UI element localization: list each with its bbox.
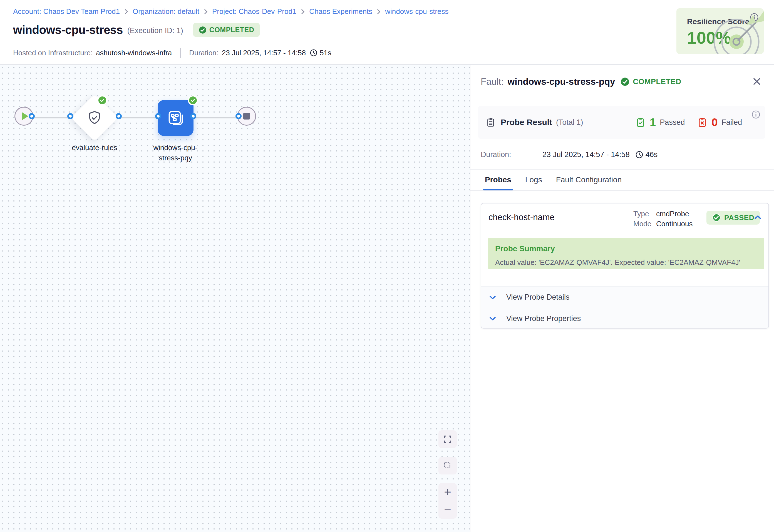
clock-icon bbox=[635, 151, 643, 159]
panel-duration-seconds: 46s bbox=[646, 150, 658, 159]
clipboard-icon bbox=[486, 117, 496, 127]
chevron-down-icon bbox=[488, 293, 497, 302]
clipboard-check-icon bbox=[635, 117, 646, 128]
success-check-badge bbox=[188, 95, 198, 105]
breadcrumb-account-link[interactable]: Account: Chaos Dev Team Prod1 bbox=[13, 7, 120, 16]
view-probe-details-label: View Probe Details bbox=[506, 293, 570, 302]
breadcrumb-org-link[interactable]: Organization: default bbox=[133, 7, 199, 16]
probe-summary-title: Probe Summary bbox=[495, 244, 757, 253]
edge-line bbox=[32, 117, 71, 118]
probe-result-total: (Total 1) bbox=[556, 118, 583, 127]
duration-value: 23 Jul 2025, 14:57 - 14:58 bbox=[222, 49, 306, 57]
evaluate-rules-label: evaluate-rules bbox=[56, 143, 133, 153]
chevron-up-icon bbox=[753, 213, 762, 222]
probe-summary-box: Probe Summary Actual value: 'EC2AMAZ-QMV… bbox=[488, 238, 764, 269]
probe-mode-label: Mode bbox=[633, 220, 656, 228]
probe-result-card: Probe Result (Total 1) 1 Passed 0 Failed bbox=[478, 106, 765, 139]
info-icon[interactable] bbox=[751, 110, 760, 119]
connector-port bbox=[29, 113, 35, 119]
target-arrow-illustration bbox=[713, 8, 764, 54]
connector-port bbox=[116, 113, 122, 119]
passed-count: 1 bbox=[650, 116, 656, 129]
page-title: windows-cpu-stress bbox=[13, 23, 123, 37]
zoom-controls: + − bbox=[438, 483, 457, 519]
probe-result-title: Probe Result bbox=[501, 118, 552, 127]
fault-node-label: windows-cpu- stress-pqy bbox=[137, 143, 214, 163]
clock-icon bbox=[310, 49, 317, 57]
fullscreen-icon bbox=[443, 435, 452, 443]
view-probe-properties-toggle[interactable]: View Probe Properties bbox=[481, 308, 768, 329]
chevron-right-icon bbox=[376, 9, 381, 15]
check-circle-icon bbox=[712, 213, 721, 222]
breadcrumb-experiments-link[interactable]: Chaos Experiments bbox=[309, 7, 372, 16]
duration-seconds: 51s bbox=[320, 49, 331, 57]
experiment-status-label: COMPLETED bbox=[209, 26, 254, 34]
marquee-select-icon bbox=[443, 461, 452, 470]
fault-name: windows-cpu-stress-pqy bbox=[508, 76, 615, 87]
breadcrumb-current[interactable]: windows-cpu-stress bbox=[385, 7, 448, 16]
edge-line bbox=[119, 117, 159, 118]
selection-mode-button[interactable] bbox=[438, 457, 457, 474]
check-circle-icon bbox=[621, 77, 629, 86]
connector-port bbox=[67, 113, 73, 119]
probe-card-check-host-name: check-host-name Type cmdProbe Mode Conti… bbox=[481, 203, 769, 329]
tab-fault-configuration[interactable]: Fault Configuration bbox=[556, 175, 622, 190]
probe-status-label: PASSED bbox=[724, 213, 754, 222]
close-panel-button[interactable] bbox=[751, 76, 762, 87]
divider bbox=[470, 169, 774, 170]
chevron-right-icon bbox=[124, 9, 128, 15]
hosted-on-value: ashutosh-windows-infra bbox=[96, 49, 172, 57]
stop-icon bbox=[243, 113, 250, 120]
resilience-score-card: Resilience Score 100% bbox=[676, 8, 764, 54]
fault-status-label: COMPLETED bbox=[633, 78, 681, 86]
pipeline-canvas[interactable]: evaluate-rules windows-cpu- stress-pqy +… bbox=[0, 65, 470, 532]
connector-port bbox=[155, 113, 161, 119]
success-check-badge bbox=[97, 95, 107, 105]
fault-details-panel: Fault: windows-cpu-stress-pqy COMPLETED … bbox=[470, 65, 774, 532]
view-probe-properties-label: View Probe Properties bbox=[506, 314, 581, 323]
connector-port bbox=[190, 113, 196, 119]
shield-check-icon bbox=[86, 110, 103, 126]
page-header: Account: Chaos Dev Team Prod1 Organizati… bbox=[0, 0, 774, 65]
zoom-out-button[interactable]: − bbox=[444, 502, 451, 518]
tab-probes[interactable]: Probes bbox=[485, 175, 511, 190]
panel-tabs: Probes Logs Fault Configuration bbox=[485, 175, 622, 190]
probe-type-label: Type bbox=[633, 210, 656, 218]
check-circle-icon bbox=[199, 26, 207, 34]
chevron-right-icon bbox=[204, 9, 208, 15]
chevron-down-icon bbox=[488, 314, 497, 323]
duration-label: Duration: bbox=[189, 49, 219, 57]
execution-id: (Execution ID: 1) bbox=[127, 26, 183, 35]
fullscreen-button[interactable] bbox=[438, 430, 457, 448]
panel-duration-value: 23 Jul 2025, 14:57 - 14:58 bbox=[542, 150, 630, 159]
tab-logs[interactable]: Logs bbox=[525, 175, 542, 190]
probe-summary-text: Actual value: 'EC2AMAZ-QMVAF4J'. Expecte… bbox=[495, 258, 757, 267]
probe-name: check-host-name bbox=[488, 212, 555, 222]
chevron-right-icon bbox=[301, 9, 305, 15]
failed-label: Failed bbox=[721, 118, 742, 127]
collapse-card-button[interactable] bbox=[753, 213, 762, 223]
failed-count: 0 bbox=[711, 116, 718, 129]
chaos-fault-icon bbox=[167, 109, 185, 127]
panel-duration-label: Duration: bbox=[481, 150, 542, 159]
divider bbox=[470, 190, 774, 191]
breadcrumb-project-link[interactable]: Project: Chaos-Dev-Prod1 bbox=[212, 7, 296, 16]
hosted-on-label: Hosted on Infrastructure: bbox=[13, 49, 93, 57]
play-icon bbox=[22, 112, 28, 120]
close-icon bbox=[752, 77, 761, 86]
zoom-in-button[interactable]: + bbox=[444, 484, 451, 500]
probe-type-value: cmdProbe bbox=[656, 210, 689, 218]
view-probe-details-toggle[interactable]: View Probe Details bbox=[481, 286, 768, 308]
probe-status-badge: PASSED bbox=[706, 211, 760, 225]
probe-mode-value: Continuous bbox=[656, 220, 693, 228]
divider bbox=[180, 48, 181, 58]
clipboard-x-icon bbox=[697, 117, 708, 128]
breadcrumb: Account: Chaos Dev Team Prod1 Organizati… bbox=[13, 7, 449, 16]
connector-port bbox=[235, 113, 242, 119]
fault-node-windows-cpu-stress-pqy[interactable] bbox=[158, 100, 193, 136]
experiment-status-badge: COMPLETED bbox=[193, 23, 260, 37]
fault-label: Fault: bbox=[481, 76, 504, 87]
passed-label: Passed bbox=[660, 118, 685, 127]
